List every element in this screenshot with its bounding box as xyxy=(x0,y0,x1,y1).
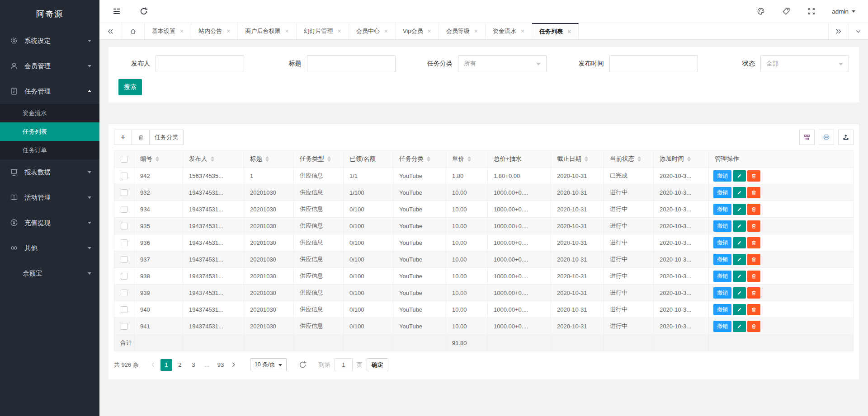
sort-icon[interactable] xyxy=(327,156,331,162)
tag-icon[interactable] xyxy=(782,7,790,15)
tab-item[interactable]: 会员中心 × xyxy=(349,23,396,39)
print-button[interactable] xyxy=(819,130,834,145)
edit-button[interactable] xyxy=(733,220,746,232)
goto-page-input[interactable] xyxy=(335,358,353,371)
edit-button[interactable] xyxy=(733,304,746,315)
sort-icon[interactable] xyxy=(637,156,641,162)
sidebar-group-item[interactable]: 其他 xyxy=(0,235,99,261)
revoke-button[interactable]: 撤销 xyxy=(713,254,731,265)
revoke-button[interactable]: 撤销 xyxy=(713,187,731,198)
sort-icon[interactable] xyxy=(687,156,691,162)
sort-icon[interactable] xyxy=(585,156,588,162)
delete-button[interactable] xyxy=(747,204,760,215)
delete-button[interactable] xyxy=(747,170,760,182)
tabs-scroll-right-button[interactable] xyxy=(828,23,848,39)
row-checkbox[interactable] xyxy=(121,206,127,213)
close-icon[interactable]: × xyxy=(474,28,478,34)
field-input[interactable] xyxy=(307,55,396,72)
delete-button[interactable] xyxy=(747,321,760,332)
close-icon[interactable]: × xyxy=(226,28,230,34)
tab-item[interactable]: 资金流水 × xyxy=(486,23,532,39)
column-header[interactable]: 总价+抽水 xyxy=(488,151,551,168)
column-header[interactable]: 发布人 xyxy=(183,151,244,168)
close-icon[interactable]: × xyxy=(338,28,341,34)
revoke-button[interactable]: 撤销 xyxy=(713,237,731,248)
delete-button[interactable] xyxy=(747,187,760,198)
refresh-table-icon[interactable] xyxy=(298,360,307,369)
field-input[interactable] xyxy=(609,55,698,72)
page-number-button[interactable]: 2 xyxy=(174,359,186,371)
sidebar-sub-item[interactable]: 任务列表 xyxy=(0,122,99,141)
sort-icon[interactable] xyxy=(427,156,430,162)
export-button[interactable] xyxy=(838,130,854,145)
row-checkbox[interactable] xyxy=(121,273,127,280)
sidebar-group-item[interactable]: 充值提现 xyxy=(0,210,99,235)
prev-page-button[interactable] xyxy=(147,359,160,371)
edit-button[interactable] xyxy=(733,321,746,332)
sort-icon[interactable] xyxy=(265,156,269,162)
column-header[interactable]: 添加时间 xyxy=(654,151,709,168)
column-header[interactable]: 任务类型 xyxy=(294,151,344,168)
column-header[interactable]: 任务分类 xyxy=(393,151,446,168)
revoke-button[interactable]: 撤销 xyxy=(713,287,731,299)
sidebar-sub-item[interactable]: 资金流水 xyxy=(0,104,99,122)
close-icon[interactable]: × xyxy=(521,28,524,34)
close-icon[interactable]: × xyxy=(384,28,388,34)
tab-item[interactable]: Vip会员 × xyxy=(396,23,439,39)
delete-button[interactable] xyxy=(747,287,760,299)
revoke-button[interactable]: 撤销 xyxy=(713,170,731,182)
next-page-button[interactable] xyxy=(227,359,240,371)
theme-palette-icon[interactable] xyxy=(757,7,765,15)
page-number-button[interactable]: 1 xyxy=(160,359,172,371)
revoke-button[interactable]: 撤销 xyxy=(713,304,731,315)
user-menu[interactable]: admin xyxy=(832,8,855,15)
fullscreen-icon[interactable] xyxy=(807,7,816,15)
tab-item[interactable]: 会员等级 × xyxy=(439,23,486,39)
column-header[interactable]: 当前状态 xyxy=(604,151,654,168)
sidebar-group-item[interactable]: 系统设定 xyxy=(0,28,99,53)
task-category-button[interactable]: 任务分类 xyxy=(149,130,184,145)
home-icon[interactable] xyxy=(122,23,145,39)
sidebar-group-item[interactable]: 活动管理 xyxy=(0,185,99,210)
sidebar-group-item[interactable]: 余额宝 xyxy=(0,261,99,286)
delete-button[interactable] xyxy=(747,271,760,282)
delete-button[interactable] xyxy=(747,220,760,232)
field-select[interactable]: 所有 xyxy=(458,55,547,72)
close-icon[interactable]: × xyxy=(285,28,288,34)
close-icon[interactable]: × xyxy=(567,28,571,35)
delete-button[interactable] xyxy=(747,304,760,315)
sidebar-sub-item[interactable]: 任务订单 xyxy=(0,141,99,159)
edit-button[interactable] xyxy=(733,204,746,215)
add-button[interactable]: + xyxy=(114,130,132,145)
row-checkbox[interactable] xyxy=(121,306,127,313)
edit-button[interactable] xyxy=(733,237,746,248)
close-icon[interactable]: × xyxy=(428,28,431,34)
select-all-checkbox[interactable] xyxy=(121,156,127,163)
page-number-button[interactable]: 3 xyxy=(188,359,199,371)
tabs-menu-button[interactable] xyxy=(848,23,868,39)
goto-confirm-button[interactable]: 确定 xyxy=(367,358,388,371)
sidebar-group-item[interactable]: 任务管理 xyxy=(0,79,99,104)
delete-button[interactable] xyxy=(747,254,760,265)
edit-button[interactable] xyxy=(733,254,746,265)
revoke-button[interactable]: 撤销 xyxy=(713,204,731,215)
edit-button[interactable] xyxy=(733,187,746,198)
revoke-button[interactable]: 撤销 xyxy=(713,321,731,332)
row-checkbox[interactable] xyxy=(121,239,127,246)
toggle-columns-button[interactable] xyxy=(799,130,815,145)
revoke-button[interactable]: 撤销 xyxy=(713,271,731,282)
row-checkbox[interactable] xyxy=(121,256,127,263)
sidebar-group-item[interactable]: 会员管理 xyxy=(0,53,99,79)
column-header[interactable]: 截止日期 xyxy=(551,151,604,168)
edit-button[interactable] xyxy=(733,287,746,299)
sort-icon[interactable] xyxy=(211,156,214,162)
edit-button[interactable] xyxy=(733,271,746,282)
page-size-select[interactable]: 10 条/页 xyxy=(250,358,287,371)
tab-item[interactable]: 幻灯片管理 × xyxy=(297,23,349,39)
search-button[interactable]: 搜索 xyxy=(118,79,142,95)
revoke-button[interactable]: 撤销 xyxy=(713,220,731,232)
sidebar-group-item[interactable]: 报表数据 xyxy=(0,159,99,185)
column-header[interactable]: 单价 xyxy=(446,151,488,168)
tab-item[interactable]: 基本设置 × xyxy=(145,23,191,39)
row-checkbox[interactable] xyxy=(121,189,127,196)
